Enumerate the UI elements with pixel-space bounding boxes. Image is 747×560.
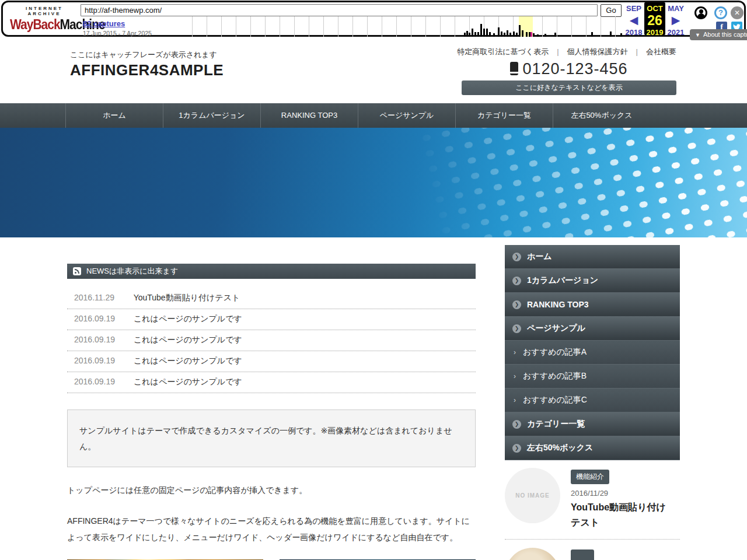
header-banner-button[interactable]: ここに好きなテキストなどを表示 xyxy=(462,80,676,95)
sidebar-menu-item[interactable]: ❯ › おすすめの記事B xyxy=(505,365,680,388)
link-separator: | xyxy=(557,47,558,56)
timeline-capture-bar[interactable] xyxy=(493,33,495,37)
timeline-capture-bar[interactable] xyxy=(477,32,479,37)
sidebar-article-card[interactable]: NO IMAGE 機能紹介 2016/11/29 YouTube動画貼り付けテス… xyxy=(505,468,680,531)
header-link-law[interactable]: 特定商取引法に基づく表示 xyxy=(457,47,549,56)
news-list-item[interactable]: 2016.09.19 これはページのサンプルです xyxy=(67,330,476,351)
header-link-company[interactable]: 会社概要 xyxy=(646,47,676,56)
news-item-date: 2016.09.19 xyxy=(74,314,131,323)
article-thumbnail[interactable] xyxy=(505,548,560,560)
capture-timeline[interactable] xyxy=(178,16,623,37)
next-year-label[interactable]: 2021 xyxy=(665,28,686,37)
timeline-capture-bar[interactable] xyxy=(469,33,470,37)
site-title[interactable]: AFFINGER4SAMPLE xyxy=(70,61,224,79)
hero-image xyxy=(0,128,747,237)
sidebar-menu-label: カテゴリー一覧 xyxy=(527,419,585,429)
news-item-title[interactable]: これはページのサンプルです xyxy=(134,356,242,365)
nav-item[interactable]: ホーム xyxy=(65,103,163,128)
timeline-capture-bar[interactable] xyxy=(554,33,556,37)
timeline-capture-bar[interactable] xyxy=(620,33,622,37)
timeline-capture-bar[interactable] xyxy=(483,29,485,37)
timeline-capture-bar[interactable] xyxy=(513,32,515,37)
sample-notice-box: サンプルサイトはテーマで作成できるカスタマイズの一例です。※画像素材などは含まれ… xyxy=(67,410,476,467)
timeline-capture-bar[interactable] xyxy=(610,32,612,37)
nav-item[interactable]: 1カラムバージョン xyxy=(163,103,260,128)
news-item-title[interactable]: これはページのサンプルです xyxy=(134,314,242,323)
timeline-capture-bar[interactable] xyxy=(480,24,482,37)
circle-arrow-icon: ❯ xyxy=(512,324,521,333)
chevron-right-icon: › xyxy=(514,372,516,380)
account-icon[interactable] xyxy=(694,6,707,19)
article-title[interactable]: YouTube動画貼り付けテスト xyxy=(571,500,675,531)
category-badge[interactable] xyxy=(571,550,594,560)
sidebar-article-card[interactable] xyxy=(505,539,680,560)
timeline-capture-bar[interactable] xyxy=(474,32,476,37)
article-date: 2016/11/29 xyxy=(571,489,675,498)
category-badge[interactable]: 機能紹介 xyxy=(571,470,609,484)
news-item-date: 2016.09.19 xyxy=(74,356,131,365)
circle-arrow-icon: ❯ xyxy=(512,444,521,453)
wayback-url-input[interactable] xyxy=(81,4,598,16)
timeline-capture-bar[interactable] xyxy=(544,34,546,37)
sidebar-menu-item[interactable]: ❯ › 左右50%ボックス xyxy=(505,436,680,460)
go-button[interactable]: Go xyxy=(601,4,622,17)
global-nav-inner: ホーム 1カラムバージョン RANKING TOP3 ページサンプル カテゴリー… xyxy=(65,103,650,128)
current-year-label: 2019 xyxy=(644,28,665,37)
nav-item[interactable]: 左右50%ボックス xyxy=(553,103,650,128)
about-this-capture-button[interactable]: ▼About this capture xyxy=(690,29,747,40)
mobile-phone-icon xyxy=(510,62,518,75)
news-list-item[interactable]: 2016.09.19 これはページのサンプルです xyxy=(67,372,476,393)
news-list-item[interactable]: 2016.11.29 YouTube動画貼り付けテスト xyxy=(67,288,476,309)
prev-year-label[interactable]: 2018 xyxy=(623,28,644,37)
sidebar-menu-item[interactable]: ❯ › 1カラムバージョン xyxy=(505,269,680,293)
sidebar-menu-item[interactable]: ❯ › ページサンプル xyxy=(505,317,680,341)
help-icon[interactable]: ? xyxy=(714,6,727,19)
rss-icon xyxy=(73,267,81,275)
nav-item[interactable]: ページサンプル xyxy=(358,103,455,128)
next-month-label: MAY xyxy=(665,4,686,13)
site-catchphrase: ここにはキャッチフレーズが表示されます xyxy=(70,50,217,60)
timeline-capture-bar[interactable] xyxy=(526,32,528,37)
article-thumbnail[interactable]: NO IMAGE xyxy=(505,468,560,523)
wayback-machine-logo: WayBackMachine xyxy=(10,16,79,32)
sidebar-menu-item[interactable]: ❯ › RANKING TOP3 xyxy=(505,293,680,317)
sidebar-menu-item[interactable]: ❯ › おすすめの記事A xyxy=(505,341,680,365)
news-item-title[interactable]: これはページのサンプルです xyxy=(134,377,242,386)
timeline-capture-bar[interactable] xyxy=(522,30,523,37)
wayback-logo[interactable]: INTERNET ARCHIVE WayBackMachine xyxy=(10,6,79,30)
timeline-capture-bar[interactable] xyxy=(498,27,500,37)
timeline-capture-bar[interactable] xyxy=(486,29,488,37)
timeline-capture-bar[interactable] xyxy=(509,33,511,37)
prev-date-column: SEP ◀ 2018 xyxy=(623,2,644,35)
sidebar-menu-item[interactable]: ❯ › おすすめの記事C xyxy=(505,388,680,412)
timeline-capture-bar[interactable] xyxy=(533,33,535,37)
hero-halftone-pattern xyxy=(415,128,747,237)
news-list-item[interactable]: 2016.09.19 これはページのサンプルです xyxy=(67,309,476,330)
timeline-capture-bar[interactable] xyxy=(591,32,593,37)
timeline-capture-bar[interactable] xyxy=(472,29,473,37)
captures-link[interactable]: 82 captures xyxy=(83,19,125,28)
timeline-capture-bar[interactable] xyxy=(501,32,502,37)
timeline-capture-bar[interactable] xyxy=(504,33,505,37)
news-item-date: 2016.11.29 xyxy=(74,293,131,302)
news-item-title[interactable]: これはページのサンプルです xyxy=(134,335,242,344)
news-list-item[interactable]: 2016.09.19 これはページのサンプルです xyxy=(67,351,476,372)
timeline-capture-bar[interactable] xyxy=(516,33,518,37)
link-separator: | xyxy=(636,47,638,56)
news-item-title[interactable]: YouTube動画貼り付けテスト xyxy=(134,293,240,302)
header-link-privacy[interactable]: 個人情報保護方針 xyxy=(567,47,628,56)
timeline-capture-bar[interactable] xyxy=(507,30,508,37)
sidebar-menu-item[interactable]: ❯ › ホーム xyxy=(505,245,680,269)
timeline-capture-bar[interactable] xyxy=(489,32,491,37)
nav-item[interactable]: RANKING TOP3 xyxy=(260,103,358,128)
timeline-capture-bar[interactable] xyxy=(537,34,539,37)
timeline-capture-bar[interactable] xyxy=(519,25,521,37)
nav-item[interactable]: カテゴリー一覧 xyxy=(455,103,553,128)
timeline-capture-bar[interactable] xyxy=(464,33,466,37)
timeline-capture-bar[interactable] xyxy=(466,31,468,37)
content-area: NEWSは非表示に出来ます 2016.11.29 YouTube動画貼り付けテス… xyxy=(67,237,680,560)
close-icon[interactable]: ✕ xyxy=(731,6,743,19)
sidebar-menu-item[interactable]: ❯ › カテゴリー一覧 xyxy=(505,412,680,436)
prev-capture-arrow[interactable]: ◀ xyxy=(623,13,644,28)
next-capture-arrow[interactable]: ▶ xyxy=(665,13,686,28)
